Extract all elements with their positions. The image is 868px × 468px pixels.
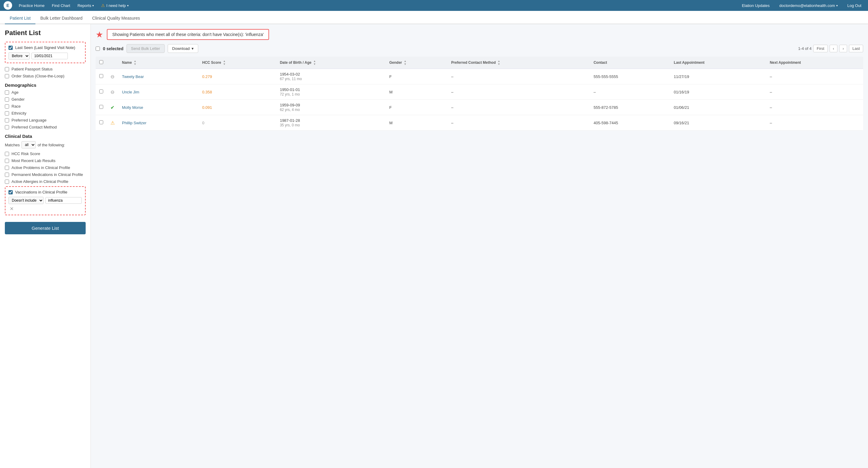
preferred-language-row: Preferred Language [5,118,86,123]
lab-checkbox[interactable] [5,159,9,163]
sub-navigation: Patient List Bulk Letter Dashboard Clini… [0,11,868,24]
preferred-language-checkbox[interactable] [5,118,9,123]
send-bulk-letter-button: Send Bulk Letter [126,44,165,53]
patient-name-3[interactable]: Phillip Switzer [122,121,147,125]
hcc-label[interactable]: HCC Risk Score [11,152,40,156]
gender-2: F [385,100,447,115]
last-page-button[interactable]: Last [849,45,863,52]
dob-0: 1954-03-0267 yrs, 11 mo [276,69,386,85]
col-dob-header[interactable]: Date of Birth / Age ▲▼ [276,57,386,69]
star-icon: ★ [96,30,103,40]
row-checkbox-1[interactable] [99,90,103,93]
gender-checkbox[interactable] [5,97,9,102]
tab-bulk-letter[interactable]: Bulk Letter Dashboard [35,13,87,24]
row-checkbox-2[interactable] [99,105,103,109]
next-appt-2: – [766,100,863,115]
hcc-score-2: 0.091 [202,105,212,110]
find-chart-link[interactable]: Find Chart [49,1,73,10]
allergies-label[interactable]: Active Allergies in Clinical Profile [11,179,68,184]
allergies-checkbox[interactable] [5,179,9,184]
logout-link[interactable]: Log Out [844,1,864,10]
col-status-icon [107,57,118,69]
dob-1: 1950-01-0172 yrs, 1 mo [276,85,386,100]
sidebar: Patient List Last Seen (Last Signed Visi… [0,24,91,468]
contact-1: – [590,85,670,100]
reports-link[interactable]: Reports ▾ [74,1,97,10]
prev-page-button[interactable]: ‹ [830,45,837,52]
patient-name-2[interactable]: Molly Morse [122,105,143,110]
hcc-score-0: 0.279 [202,74,212,79]
hcc-sort-icon: ▲▼ [223,60,226,66]
next-appt-0: – [766,69,863,85]
patient-table-body: ⊖Tweety Bear0.2791954-03-0267 yrs, 11 mo… [96,69,863,131]
generate-list-button[interactable]: Generate List [5,222,86,234]
content-area: ★ Showing Patients who meet all of these… [91,24,868,468]
last-seen-date-input[interactable] [31,53,68,59]
matches-row: Matches all of the following: [5,141,86,148]
tab-clinical-quality[interactable]: Clinical Quality Measures [88,13,145,24]
user-email-link[interactable]: doctordemo@elationhealth.com ▾ [776,1,841,10]
top-navigation: E Practice Home Find Chart Reports ▾ ⚠ I… [0,0,868,11]
matches-select[interactable]: all [22,141,36,148]
patient-name-0[interactable]: Tweety Bear [122,74,144,79]
help-link[interactable]: ⚠ I need help ▾ [98,1,131,10]
preferred-language-label[interactable]: Preferred Language [11,118,46,123]
vaccinations-label: Vaccinations in Clinical Profile [15,190,67,194]
race-checkbox[interactable] [5,104,9,108]
practice-home-link[interactable]: Practice Home [16,1,48,10]
order-status-checkbox[interactable] [5,74,9,78]
preferred-contact-row: Preferred Contact Method [5,125,86,129]
vaccine-input[interactable] [45,197,82,204]
status-icon-0: ⊖ [111,74,115,79]
contact-0: 555-555-5555 [590,69,670,85]
ethnicity-checkbox[interactable] [5,111,9,115]
first-page-button[interactable]: First [813,45,828,52]
select-all-checkbox[interactable] [96,46,100,51]
active-problems-label[interactable]: Active Problems in Clinical Profile [11,165,70,170]
vaccinations-checkbox[interactable] [8,190,13,194]
patient-name-1[interactable]: Uncle Jim [122,90,139,94]
elation-logo[interactable]: E [4,1,12,10]
last-seen-checkbox[interactable] [8,46,13,50]
ethnicity-label[interactable]: Ethnicity [11,111,26,115]
patient-passport-checkbox[interactable] [5,67,9,71]
gender-0: F [385,69,447,85]
age-checkbox[interactable] [5,90,9,95]
active-problems-checkbox[interactable] [5,166,9,170]
page-title: Patient List [5,29,86,37]
preferred-contact-3: – [447,115,590,131]
col-name-header[interactable]: Name ▲▼ [118,57,198,69]
last-appt-3: 09/16/21 [670,115,766,131]
header-select-all[interactable] [99,60,103,64]
last-seen-before-select[interactable]: Before [8,52,30,60]
doesnt-include-select[interactable]: Doesn't include [8,197,43,204]
download-button[interactable]: Download ▾ [168,44,198,53]
age-label[interactable]: Age [11,90,19,95]
next-page-button[interactable]: › [839,45,847,52]
nav-left: E Practice Home Find Chart Reports ▾ ⚠ I… [4,1,132,10]
preferred-contact-label[interactable]: Preferred Contact Method [11,125,57,129]
clear-vaccine-button[interactable]: ✕ [8,206,15,212]
preferred-contact-checkbox[interactable] [5,125,9,129]
dob-sort-icon: ▲▼ [313,60,316,66]
elation-updates-link[interactable]: Elation Updates [739,1,773,10]
user-dropdown-arrow: ▾ [836,4,838,7]
row-checkbox-3[interactable] [99,120,103,124]
race-label[interactable]: Race [11,104,21,108]
preferred-contact-1: – [447,85,590,100]
hcc-score-3: 0 [202,121,204,125]
col-preferred-contact-header[interactable]: Preferred Contact Method ▲▼ [447,57,590,69]
col-hcc-header[interactable]: HCC Score ▲▼ [198,57,276,69]
hcc-checkbox[interactable] [5,152,9,156]
tab-patient-list[interactable]: Patient List [5,13,35,24]
row-checkbox-0[interactable] [99,74,103,78]
perm-meds-checkbox[interactable] [5,173,9,177]
lab-label[interactable]: Most Recent Lab Results [11,159,55,163]
col-gender-header[interactable]: Gender ▲▼ [385,57,447,69]
dob-3: 1987-01-2835 yrs, 0 mo [276,115,386,131]
patient-table: Name ▲▼ HCC Score ▲▼ Date of Birth / Age [96,57,863,131]
order-status-label[interactable]: Order Status (Close-the-Loop) [11,74,64,78]
patient-passport-label[interactable]: Patient Passport Status [11,67,53,71]
gender-label[interactable]: Gender [11,97,25,102]
perm-meds-label[interactable]: Permanent Medications in Clinical Profil… [11,172,83,177]
